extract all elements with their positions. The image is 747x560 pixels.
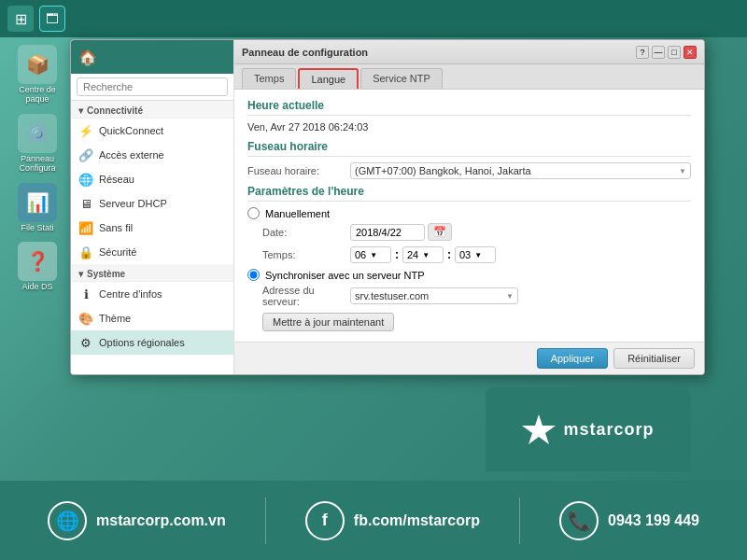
facebook-icon: f [305,501,345,540]
contact-phone[interactable]: 📞 0943 199 449 [559,501,699,540]
radio-manual[interactable] [247,207,260,219]
mstar-logo-icon [522,413,556,446]
reset-button[interactable]: Réinitialiser [613,348,695,369]
desktop-icon-control-panel[interactable]: ⚙️ PanneauConfigura [9,114,65,174]
desktop-icons-container: 📦 Centre de paque ⚙️ PanneauConfigura 📊 … [9,45,65,292]
time-row: Temps: 06 ▼ : 24 ▼ : 03 [262,246,691,263]
minute-select[interactable]: 24 ▼ [402,246,444,263]
chevron-down-icon: ▾ [78,105,83,116]
radio-sync-row: Synchroniser avec un serveur NTP [247,269,691,281]
regional-icon: ⚙ [78,335,93,350]
svg-marker-0 [522,414,556,444]
radio-sync[interactable] [247,269,260,281]
radio-manual-label: Manuellement [265,208,330,219]
server-arrow: ▼ [506,292,514,301]
external-access-icon: 🔗 [78,147,93,162]
taskbar-icon-grid[interactable]: ⊞ [7,6,34,32]
sidebar-section-connectivity: ▾ Connectivité [71,101,233,119]
theme-icon: 🎨 [78,311,93,326]
window-titlebar: Panneau de configuration ? — □ ✕ [234,40,704,64]
timezone-group: Fuseau horaire: (GMT+07:00) Bangkok, Han… [247,162,691,179]
website-text: mstarcorp.com.vn [96,512,226,529]
sidebar-item-quickconnect[interactable]: ⚡ QuickConnect [71,119,233,143]
desktop: ⊞ 🗔 📦 Centre de paque ⚙️ PanneauConfigur… [0,0,747,560]
server-select[interactable]: srv.testuser.com ▼ [350,287,518,304]
phone-text: 0943 199 449 [608,512,699,529]
sidebar-section-system: ▾ Système [71,264,233,282]
sidebar-item-security[interactable]: 🔒 Sécurité [71,240,233,264]
minute-arrow: ▼ [422,251,430,259]
desktop-icon-help[interactable]: ❓ Aide DS [9,242,65,292]
sidebar-item-external-access[interactable]: 🔗 Accès externe [71,143,233,167]
calendar-button[interactable]: 📅 [428,223,452,241]
sidebar-header: 🏠 [71,40,233,74]
contact-facebook[interactable]: f fb.com/mstarcorp [305,501,480,540]
main-content: Heure actuelle Ven, Avr 27 2018 06:24:03… [234,90,704,342]
desktop-icon-file-station[interactable]: 📊 File Stati [9,183,65,233]
divider-1 [265,497,266,544]
date-input[interactable] [350,224,425,241]
help-button[interactable]: ? [636,46,649,59]
second-select[interactable]: 03 ▼ [455,246,496,263]
maximize-button[interactable]: □ [668,46,681,59]
close-button[interactable]: ✕ [684,46,697,59]
sidebar-item-wifi[interactable]: 📶 Sans fil [71,216,233,240]
time-group: 06 ▼ : 24 ▼ : 03 ▼ [350,246,496,263]
apply-button[interactable]: Appliquer [537,348,608,369]
mstar-brand-box: mstarcorp [486,387,691,471]
network-icon: 🌐 [78,172,93,187]
bottom-section: mstarcorp 🌐 mstarcorp.com.vn f fb.com/ms… [0,378,747,560]
radio-manual-row: Manuellement [247,207,691,219]
timezone-select[interactable]: (GMT+07:00) Bangkok, Hanoi, Jakarta ▼ [350,162,691,179]
update-now-button[interactable]: Mettre à jour maintenant [262,313,394,331]
globe-icon: 🌐 [48,501,87,540]
minimize-button[interactable]: — [652,46,665,59]
quickconnect-icon: ⚡ [78,123,93,138]
sidebar-search-container [71,74,233,101]
time-colon-2: : [447,248,451,261]
window-controls: ? — □ ✕ [636,46,697,59]
time-colon-1: : [395,248,399,261]
divider-2 [519,497,520,544]
timezone-label: Fuseau horaire: [247,165,350,176]
date-label: Date: [262,227,350,238]
search-input[interactable] [77,77,228,96]
facebook-text: fb.com/mstarcorp [354,512,480,529]
date-row: Date: 📅 [262,223,691,241]
security-icon: 🔒 [78,245,93,259]
sidebar-item-theme[interactable]: 🎨 Thème [71,306,233,330]
time-label: Temps: [262,249,350,260]
section-time-params: Paramètres de l'heure [247,185,691,202]
timezone-dropdown-arrow: ▼ [679,167,686,175]
radio-sync-label: Synchroniser avec un serveur NTP [265,270,425,281]
server-label: Adresse du serveur: [262,285,350,307]
taskbar-icon-window[interactable]: 🗔 [39,6,65,32]
sidebar-item-regional-options[interactable]: ⚙ Options régionales [71,330,233,355]
tab-service-ntp[interactable]: Service NTP [360,68,443,89]
server-row: Adresse du serveur: srv.testuser.com ▼ [262,285,691,307]
hour-select[interactable]: 06 ▼ [350,246,391,263]
section-timezone: Fuseau horaire [247,140,691,157]
desktop-icon-package-center[interactable]: 📦 Centre de paque [9,45,65,105]
update-btn-container: Mettre à jour maintenant [262,313,691,335]
sidebar-item-info-center[interactable]: ℹ Centre d'infos [71,282,233,306]
window-title: Panneau de configuration [242,47,368,58]
sidebar-item-dhcp[interactable]: 🖥 Serveur DHCP [71,191,233,216]
dhcp-icon: 🖥 [78,196,93,211]
contact-bar: 🌐 mstarcorp.com.vn f fb.com/mstarcorp 📞 … [0,481,747,560]
wifi-icon: 📶 [78,220,93,235]
brand-name: mstarcorp [563,420,654,440]
tab-temps[interactable]: Temps [242,68,296,89]
phone-icon: 📞 [559,501,599,540]
mstar-logo: mstarcorp [522,413,654,446]
sidebar: 🏠 ▾ Connectivité ⚡ QuickConnect 🔗 Accès … [71,40,234,374]
content-area: Panneau de configuration ? — □ ✕ Temps L… [234,40,704,374]
sidebar-item-network[interactable]: 🌐 Réseau [71,167,233,191]
home-icon[interactable]: 🏠 [78,49,97,66]
info-icon: ℹ [78,287,93,301]
content-bottom-bar: Appliquer Réinitialiser [234,342,704,374]
tab-langue[interactable]: Langue [298,68,359,89]
chevron-down-icon-system: ▾ [78,269,83,279]
hour-arrow: ▼ [370,251,377,259]
contact-website[interactable]: 🌐 mstarcorp.com.vn [48,501,226,540]
